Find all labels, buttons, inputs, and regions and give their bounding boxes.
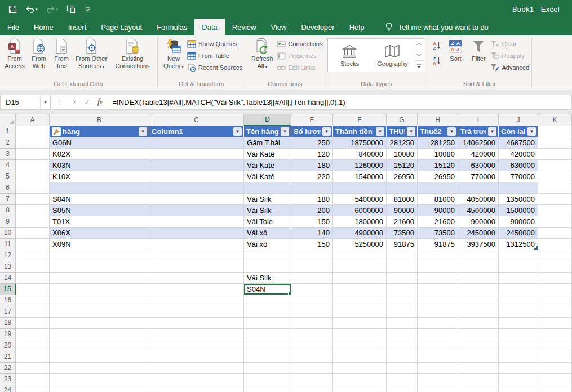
cell-I2[interactable]: 14062500	[458, 137, 499, 149]
cell-D9[interactable]: Vải Tole	[244, 216, 291, 228]
cell-J15[interactable]	[499, 284, 538, 295]
cell-E1[interactable]: Số lượng▾	[291, 126, 333, 137]
cell-C18[interactable]	[149, 318, 244, 329]
row-header-23[interactable]: 23	[0, 374, 16, 385]
geography-button[interactable]: Geography	[371, 39, 414, 72]
cell-J2[interactable]: 4687500	[499, 137, 538, 149]
cell-G6[interactable]	[387, 182, 418, 194]
cell-E23[interactable]	[291, 374, 333, 385]
cell-I22[interactable]	[458, 363, 499, 374]
cell-F2[interactable]: 18750000	[333, 137, 387, 149]
filter-dropdown-icon[interactable]: ▾	[322, 127, 331, 136]
cell-I15[interactable]	[458, 284, 499, 295]
cell-D13[interactable]	[244, 261, 291, 273]
cell-K15[interactable]	[538, 284, 572, 295]
cell-D2[interactable]: Gấm T.hải	[244, 137, 291, 149]
cell-H10[interactable]: 73500	[418, 228, 458, 239]
cell-J3[interactable]: 420000	[499, 149, 538, 160]
cell-H22[interactable]	[418, 363, 458, 374]
cell-C20[interactable]	[149, 340, 244, 351]
tab-help[interactable]: Help	[342, 19, 372, 35]
cell-J19[interactable]	[499, 329, 538, 340]
gallery-scroll-down-button[interactable]	[414, 50, 424, 61]
cell-I17[interactable]	[458, 306, 499, 318]
cell-G12[interactable]	[387, 250, 418, 261]
cell-G2[interactable]: 281250	[387, 137, 418, 149]
cell-G11[interactable]: 91875	[387, 239, 418, 250]
cell-K17[interactable]	[538, 306, 572, 318]
cell-F19[interactable]	[333, 329, 387, 340]
cell-K16[interactable]	[538, 295, 572, 306]
cell-H11[interactable]: 91875	[418, 239, 458, 250]
tab-home[interactable]: Home	[26, 19, 61, 35]
cell-J22[interactable]	[499, 363, 538, 374]
column-header-B[interactable]: B	[50, 114, 149, 126]
recent-sources-button[interactable]: Recent Sources	[187, 63, 242, 72]
cell-F7[interactable]: 5400000	[333, 194, 387, 205]
row-header-4[interactable]: 4	[0, 160, 16, 171]
column-header-H[interactable]: H	[418, 114, 458, 126]
cell-D19[interactable]	[244, 329, 291, 340]
cell-C9[interactable]	[149, 216, 244, 228]
cell-H19[interactable]	[418, 329, 458, 340]
cell-G8[interactable]: 90000	[387, 205, 418, 216]
existing-connections-button[interactable]: Existing Connections	[110, 35, 155, 70]
cell-K21[interactable]	[538, 351, 572, 363]
cell-A12[interactable]	[16, 250, 50, 261]
cell-A18[interactable]	[16, 318, 50, 329]
column-header-J[interactable]: J	[499, 114, 538, 126]
cell-I10[interactable]: 2450000	[458, 228, 499, 239]
column-header-F[interactable]: F	[333, 114, 387, 126]
cell-D21[interactable]	[244, 351, 291, 363]
row-header-14[interactable]: 14	[0, 273, 16, 284]
cell-E7[interactable]: 180	[291, 194, 333, 205]
row-header-22[interactable]: 22	[0, 363, 16, 374]
cell-A8[interactable]	[16, 205, 50, 216]
cell-C10[interactable]	[149, 228, 244, 239]
row-header-11[interactable]: 11	[0, 239, 16, 250]
cell-J21[interactable]	[499, 351, 538, 363]
cell-A17[interactable]	[16, 306, 50, 318]
cell-H5[interactable]: 26950	[418, 171, 458, 182]
cell-C17[interactable]	[149, 306, 244, 318]
cell-J17[interactable]	[499, 306, 538, 318]
cell-I7[interactable]: 4050000	[458, 194, 499, 205]
cell-E24[interactable]	[291, 385, 333, 392]
cell-H24[interactable]	[418, 385, 458, 392]
cell-B2[interactable]: G06N	[50, 137, 149, 149]
cell-I20[interactable]	[458, 340, 499, 351]
cell-J12[interactable]	[499, 250, 538, 261]
cell-H4[interactable]: 15120	[418, 160, 458, 171]
cell-G5[interactable]: 26950	[387, 171, 418, 182]
column-header-D[interactable]: D	[244, 114, 291, 126]
cell-F17[interactable]	[333, 306, 387, 318]
row-header-9[interactable]: 9	[0, 216, 16, 228]
filter-dropdown-icon[interactable]: ▾	[376, 127, 384, 136]
filter-dropdown-icon[interactable]: ▾	[488, 127, 496, 136]
cell-C11[interactable]	[149, 239, 244, 250]
cell-C7[interactable]	[149, 194, 244, 205]
cell-F18[interactable]	[333, 318, 387, 329]
cell-D11[interactable]: Vải xô	[244, 239, 291, 250]
cell-C24[interactable]	[149, 385, 244, 392]
cell-I1[interactable]: Trả trước▾	[458, 126, 499, 137]
insert-function-icon[interactable]: fx	[97, 97, 102, 106]
cell-A22[interactable]	[16, 363, 50, 374]
cell-F20[interactable]	[333, 340, 387, 351]
cell-G19[interactable]	[387, 329, 418, 340]
cell-J23[interactable]	[499, 374, 538, 385]
cell-D7[interactable]: Vải Silk	[244, 194, 291, 205]
cell-J9[interactable]: 900000	[499, 216, 538, 228]
cell-B5[interactable]: K10X	[50, 171, 149, 182]
cell-B23[interactable]	[50, 374, 149, 385]
cell-H12[interactable]	[418, 250, 458, 261]
cell-E2[interactable]: 250	[291, 137, 333, 149]
cell-A24[interactable]	[16, 385, 50, 392]
cell-E12[interactable]	[291, 250, 333, 261]
cell-G1[interactable]: THUẾ▾	[387, 126, 418, 137]
cell-K5[interactable]	[538, 171, 572, 182]
advanced-filter-button[interactable]: Advanced	[490, 63, 529, 72]
cell-A6[interactable]	[16, 182, 50, 194]
cell-C22[interactable]	[149, 363, 244, 374]
cell-E17[interactable]	[291, 306, 333, 318]
